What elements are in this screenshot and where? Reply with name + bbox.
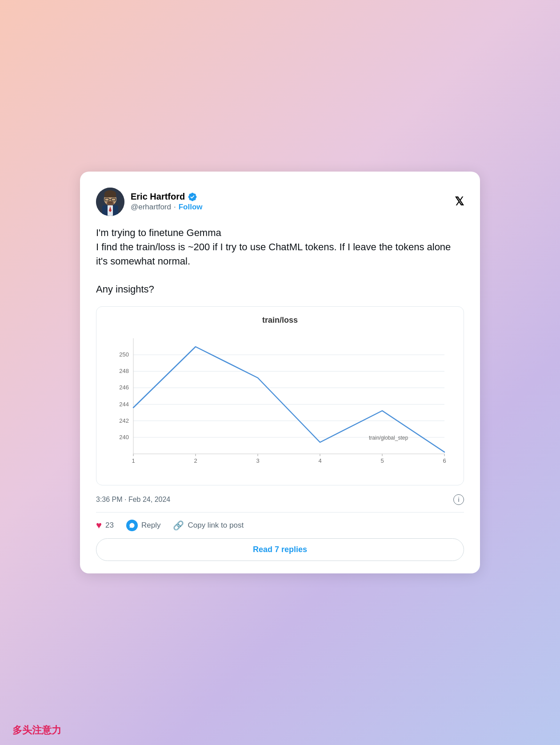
follow-button[interactable]: Follow: [179, 203, 203, 212]
avatar[interactable]: [96, 188, 124, 216]
tweet-text: I'm trying to finetune Gemma I find the …: [96, 226, 464, 296]
svg-text:244: 244: [119, 401, 129, 408]
copy-link-label: Copy link to post: [188, 521, 244, 530]
reply-bubble: [126, 520, 138, 531]
user-info: Eric Hartford @erhartford · Follow: [131, 192, 203, 212]
like-action[interactable]: ♥ 23: [96, 520, 114, 531]
x-logo[interactable]: 𝕏: [455, 195, 464, 208]
reply-label: Reply: [141, 521, 160, 530]
tweet-text-line4: Any insights?: [96, 284, 154, 295]
svg-text:242: 242: [119, 417, 129, 424]
timestamp-text: 3:36 PM · Feb 24, 2024: [96, 496, 170, 504]
svg-text:1: 1: [132, 457, 135, 464]
svg-text:train/global_step: train/global_step: [369, 435, 408, 441]
link-icon: 🔗: [173, 520, 184, 531]
divider: [96, 512, 464, 513]
svg-text:2: 2: [194, 457, 197, 464]
tweet-text-line2: I find the train/loss is ~200 if I try t…: [96, 241, 451, 267]
watermark: 多头注意力: [12, 724, 61, 737]
svg-text:4: 4: [318, 457, 321, 464]
svg-text:3: 3: [256, 457, 259, 464]
user-name-row: Eric Hartford: [131, 192, 203, 202]
tweet-header: Eric Hartford @erhartford · Follow 𝕏: [96, 188, 464, 216]
read-replies-button[interactable]: Read 7 replies: [96, 538, 464, 561]
svg-text:240: 240: [119, 434, 129, 441]
tweet-text-line1: I'm trying to finetune Gemma: [96, 227, 221, 238]
chart-svg: 240 242 244 246 248 250: [101, 329, 459, 481]
user-name: Eric Hartford: [131, 192, 185, 202]
heart-icon: ♥: [96, 520, 102, 531]
tweet-header-left: Eric Hartford @erhartford · Follow: [96, 188, 203, 216]
svg-text:246: 246: [119, 385, 129, 391]
like-count: 23: [105, 521, 114, 530]
svg-text:6: 6: [443, 457, 446, 464]
tweet-actions: ♥ 23 Reply 🔗 Copy link to post: [96, 520, 464, 531]
svg-text:250: 250: [119, 351, 129, 358]
svg-text:5: 5: [380, 457, 384, 464]
chart-title: train/loss: [101, 316, 459, 325]
tweet-card: Eric Hartford @erhartford · Follow 𝕏 I'm…: [80, 172, 480, 573]
verified-icon: [188, 192, 197, 202]
reply-icon: [129, 522, 135, 529]
chart-area: 240 242 244 246 248 250: [101, 329, 459, 481]
reply-action[interactable]: Reply: [126, 520, 160, 531]
svg-rect-6: [104, 194, 116, 197]
dot-separator: ·: [174, 203, 176, 212]
svg-text:248: 248: [119, 368, 129, 375]
info-icon[interactable]: i: [453, 494, 464, 505]
copy-link-action[interactable]: 🔗 Copy link to post: [173, 520, 244, 531]
user-handle-row: @erhartford · Follow: [131, 203, 203, 212]
user-handle: @erhartford: [131, 203, 171, 212]
chart-container: train/loss 240 2: [96, 306, 464, 485]
tweet-timestamp: 3:36 PM · Feb 24, 2024 i: [96, 494, 464, 505]
